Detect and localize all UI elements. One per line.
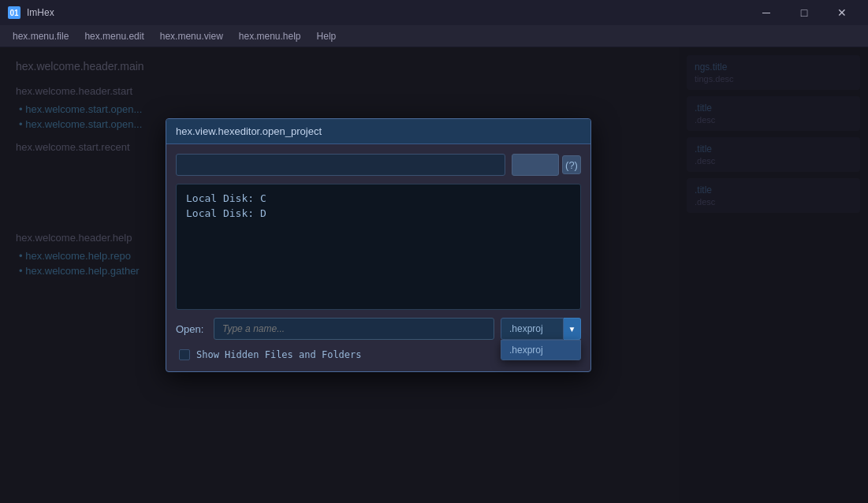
open-label: Open: [176,323,207,335]
file-browser[interactable]: Local Disk: C Local Disk: D [176,184,581,310]
dialog-body: (?) Local Disk: C Local Disk: D Open: .h… [166,144,590,371]
menu-bar: hex.menu.file hex.menu.edit hex.menu.vie… [0,25,868,47]
close-button[interactable]: ✕ [824,0,860,25]
filter-dropdown-menu: .hexproj [501,340,581,360]
dialog-title-bar: hex.view.hexeditor.open_project [166,119,590,144]
maximize-button[interactable]: □ [786,0,822,25]
filter-select[interactable]: .hexproj [501,318,564,340]
hidden-files-label: Show Hidden Files and Folders [196,349,362,360]
hidden-files-checkbox[interactable] [179,349,190,360]
menu-view[interactable]: hex.menu.view [152,28,231,45]
menu-help[interactable]: Help [309,28,345,45]
open-project-dialog: hex.view.hexeditor.open_project (?) Loca… [166,118,591,372]
filter-dropdown-button[interactable]: ▼ [564,318,581,340]
window-controls: ─ □ ✕ [748,0,860,25]
menu-edit[interactable]: hex.menu.edit [76,28,151,45]
menu-file[interactable]: hex.menu.file [5,28,76,45]
open-bar: Open: .hexproj ▼ .hexproj [176,318,581,340]
filter-option-hexproj[interactable]: .hexproj [501,341,580,360]
menu-help-hex[interactable]: hex.menu.help [231,28,309,45]
path-nav-button[interactable] [512,154,559,176]
path-buttons: (?) [512,154,581,176]
app-icon: 01 [8,6,20,19]
app-title: ImHex [27,7,748,18]
help-button[interactable]: (?) [562,155,581,174]
path-input[interactable] [176,154,505,176]
main-content: ⬡ hex.welcome.header.main hex.welcome.he… [0,47,868,503]
filter-select-wrapper: .hexproj ▼ .hexproj [501,318,581,340]
minimize-button[interactable]: ─ [748,0,784,25]
disk-item-c[interactable]: Local Disk: C [183,191,574,206]
dialog-title: hex.view.hexeditor.open_project [176,125,322,137]
disk-item-d[interactable]: Local Disk: D [183,206,574,221]
open-filename-input[interactable] [214,318,494,340]
title-bar: 01 ImHex ─ □ ✕ [0,0,868,25]
path-bar: (?) [176,154,581,176]
